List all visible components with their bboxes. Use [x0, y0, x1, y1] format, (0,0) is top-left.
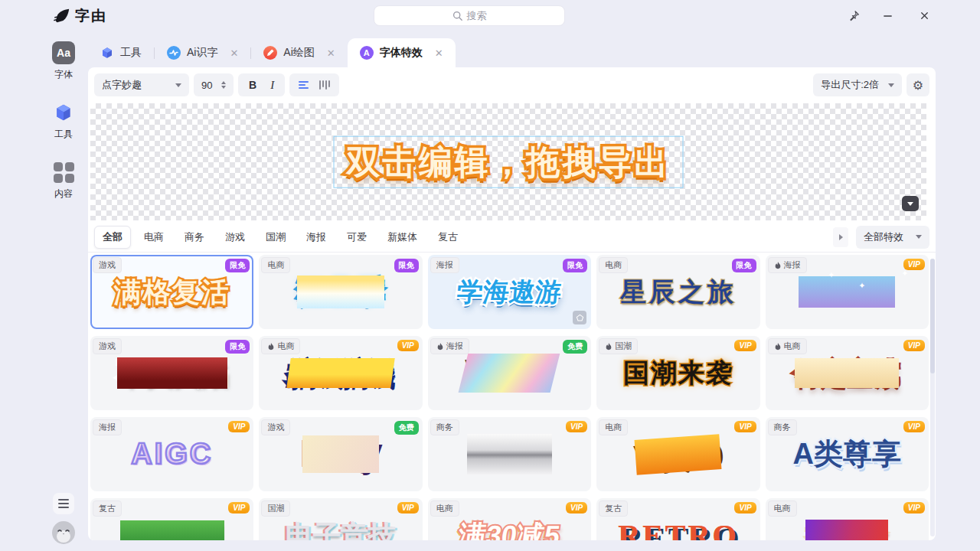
horizontal-align-icon[interactable] — [299, 81, 309, 89]
category-all[interactable]: 全部 — [94, 226, 131, 249]
card-tag: 海报 — [93, 419, 122, 435]
category-game[interactable]: 游戏 — [217, 227, 253, 248]
effect-card[interactable]: 海报 VIP AIGC — [90, 417, 253, 491]
effect-card[interactable]: 电商 限免 星辰之旅 — [596, 255, 760, 329]
tab-tools[interactable]: 工具 — [88, 38, 154, 67]
collapse-canvas-button[interactable] — [902, 196, 919, 211]
effect-card[interactable]: 海报 VIP LOVE — [766, 255, 929, 329]
pin-button[interactable] — [845, 8, 862, 23]
card-tag: 电商 — [261, 257, 290, 273]
card-tag: 游戏 — [261, 419, 290, 435]
menu-button[interactable] — [53, 493, 74, 514]
grid-scrollbar[interactable] — [930, 259, 935, 536]
effect-card[interactable]: 游戏 限免 不灭火焰 — [90, 336, 253, 410]
effect-card[interactable]: 复古 VIP RETRO — [596, 498, 760, 540]
mascot-avatar[interactable] — [51, 520, 76, 545]
effect-card[interactable]: 游戏 限免 满格复活 — [90, 255, 253, 329]
effect-card[interactable]: 电商 VIP 满30减5 — [428, 498, 591, 540]
category-retro[interactable]: 复古 — [430, 227, 466, 248]
effect-text: Daily — [302, 435, 379, 472]
card-tag: 海报 — [768, 257, 807, 273]
card-tag: 海报 — [430, 257, 459, 273]
minimize-icon — [882, 10, 893, 21]
tab-close-icon[interactable]: ✕ — [327, 47, 335, 59]
effect-text: MVP — [467, 434, 553, 474]
effect-card[interactable]: 电商 VIP 付定立减 — [766, 336, 929, 410]
search-icon — [452, 11, 462, 21]
font-family-select[interactable]: 点字妙趣 — [94, 73, 189, 96]
effect-text: 满格复活 — [114, 276, 230, 308]
italic-button[interactable]: I — [270, 79, 274, 92]
card-tag: 电商 — [768, 338, 807, 354]
category-guochao[interactable]: 国潮 — [258, 227, 293, 248]
sidebar-item-fonts[interactable]: Aa 字体 — [52, 41, 75, 81]
card-badge: VIP — [903, 502, 925, 514]
flame-icon — [436, 342, 444, 351]
vertical-align-icon[interactable] — [319, 80, 330, 90]
tab-close-icon[interactable]: ✕ — [230, 47, 238, 59]
effect-card[interactable]: 电商 VIP V我50 — [596, 417, 760, 491]
effect-card[interactable]: 海报 免费 YOO! — [428, 336, 591, 410]
effect-filter-select[interactable]: 全部特效 — [856, 226, 929, 249]
app-logo: 字由 — [54, 6, 107, 26]
main-panel: 点字妙趣 90 B I 导出尺寸:2倍 ⚙ 双击编辑，拖拽导出 — [88, 67, 936, 540]
effect-text: 国潮来袭 — [623, 358, 733, 388]
effect-text: 付定立减 — [795, 358, 899, 388]
stepper-arrows-icon[interactable] — [221, 81, 226, 89]
effect-card[interactable]: 商务 VIP MVP — [428, 417, 591, 491]
canvas-effect-text[interactable]: 双击编辑，拖拽导出 — [347, 142, 671, 181]
category-newmedia[interactable]: 新媒体 — [380, 227, 425, 248]
export-size-select[interactable]: 导出尺寸:2倍 — [813, 73, 902, 96]
effect-card[interactable]: 商务 VIP A类尊享 — [766, 417, 929, 491]
bold-button[interactable]: B — [249, 79, 256, 91]
effect-card[interactable]: 海报 限免 学海遨游 — [428, 255, 591, 329]
tab-ai-read[interactable]: Ai识字 ✕ — [155, 38, 250, 67]
card-badge: 限免 — [563, 259, 587, 272]
effect-card[interactable]: 国潮 VIP 国潮来袭 — [596, 336, 760, 410]
effect-card[interactable]: 电商 限免 狂暑季 — [259, 255, 422, 329]
card-badge: 限免 — [394, 259, 419, 272]
card-tag: 游戏 — [93, 338, 122, 354]
font-family-value: 点字妙趣 — [102, 78, 142, 92]
search-input[interactable]: 搜索 — [374, 5, 565, 26]
effect-card[interactable]: 复古 VIP 闻风丧胆 — [90, 498, 253, 540]
tab-ai-draw[interactable]: Ai绘图 ✕ — [251, 38, 347, 67]
scroll-right-button[interactable] — [833, 227, 848, 247]
scrollbar-thumb[interactable] — [930, 259, 935, 373]
category-poster[interactable]: 海报 — [299, 227, 334, 248]
effect-filter-value: 全部特效 — [864, 230, 903, 244]
category-cute[interactable]: 可爱 — [339, 227, 374, 248]
effect-text: 电子竞技 — [286, 520, 396, 540]
selection-box[interactable]: 双击编辑，拖拽导出 — [334, 135, 684, 188]
font-size-stepper[interactable]: 90 — [194, 73, 234, 96]
card-badge: VIP — [734, 502, 756, 514]
effect-text: 不灭火焰 — [117, 357, 227, 389]
category-ecommerce[interactable]: 电商 — [136, 227, 172, 248]
effect-text: 搞钱搞钱 — [286, 358, 394, 388]
close-button[interactable] — [916, 8, 933, 23]
category-business[interactable]: 商务 — [177, 227, 212, 248]
chevron-down-icon — [907, 202, 913, 206]
sidebar-item-content[interactable]: 内容 — [52, 161, 75, 201]
background-toggle-icon[interactable] — [573, 311, 586, 324]
minimize-button[interactable] — [879, 8, 896, 23]
tab-label: Ai绘图 — [283, 46, 314, 60]
effect-card[interactable]: 国潮 VIP 电子竞技 — [259, 498, 422, 540]
toolbar: 点字妙趣 90 B I 导出尺寸:2倍 ⚙ — [88, 67, 936, 103]
card-badge: VIP — [903, 421, 925, 432]
ai-read-icon — [167, 46, 181, 60]
effect-card[interactable]: 电商 VIP 拾半价 — [766, 498, 929, 540]
tab-close-icon[interactable]: ✕ — [435, 47, 443, 59]
cube-icon — [52, 101, 75, 124]
sidebar-item-tools[interactable]: 工具 — [52, 101, 75, 141]
effect-card[interactable]: 电商 VIP 搞钱搞钱 — [259, 336, 422, 410]
card-tag: 电商 — [768, 500, 797, 517]
settings-button[interactable]: ⚙ — [906, 73, 929, 96]
flame-icon — [774, 261, 782, 270]
effect-card[interactable]: 游戏 免费 Daily — [259, 417, 422, 491]
effect-text: LOVE — [799, 276, 895, 308]
tab-font-effects[interactable]: A 字体特效 ✕ — [348, 38, 456, 67]
card-tag: 电商 — [599, 257, 628, 273]
category-bar: 全部 电商 商务 游戏 国潮 海报 可爱 新媒体 复古 全部特效 — [88, 222, 936, 253]
edit-canvas[interactable]: 双击编辑，拖拽导出 — [90, 103, 926, 220]
